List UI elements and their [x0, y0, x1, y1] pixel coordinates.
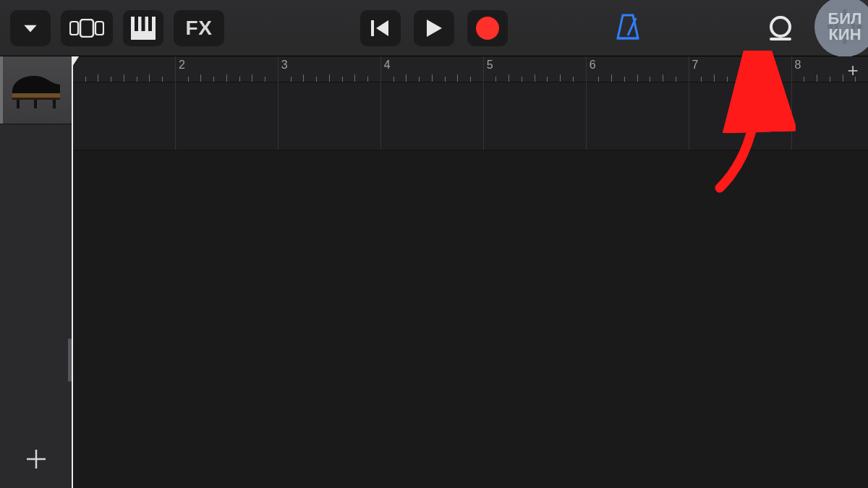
svg-rect-21	[53, 100, 56, 108]
track-view-icon	[69, 19, 104, 38]
metronome-button[interactable]	[612, 11, 644, 46]
record-button[interactable]	[467, 10, 508, 46]
svg-rect-4	[135, 17, 138, 31]
chevron-down-icon	[21, 19, 40, 38]
transport-controls	[360, 10, 508, 46]
bar-label: 3	[281, 59, 288, 72]
fx-button[interactable]: FX	[174, 10, 224, 46]
svg-rect-7	[371, 20, 374, 36]
svg-rect-19	[12, 98, 60, 100]
dropdown-button[interactable]	[10, 10, 51, 46]
playhead[interactable]	[72, 56, 79, 67]
workspace: + 2345678	[0, 56, 868, 488]
bar-label: 2	[179, 59, 185, 72]
bar-label: 5	[487, 59, 493, 72]
record-icon	[475, 16, 500, 40]
piano-keys-icon	[131, 17, 156, 40]
loop-browser-button[interactable]	[770, 16, 791, 40]
svg-rect-20	[17, 100, 20, 108]
bar-label: 7	[692, 59, 699, 72]
add-section-button[interactable]: +	[843, 61, 862, 80]
toolbar: FX	[0, 0, 868, 56]
watermark-line2: КИН	[828, 27, 861, 43]
svg-rect-0	[70, 22, 78, 35]
app-root: FX	[0, 0, 868, 488]
settings-button[interactable]: БИЛ КИН	[814, 0, 868, 57]
bar-label: 4	[384, 59, 391, 72]
track-headers-column	[0, 56, 72, 488]
plus-icon	[24, 447, 48, 471]
rewind-button[interactable]	[360, 10, 401, 46]
rewind-to-start-icon	[370, 18, 391, 38]
track-lane[interactable]	[72, 82, 868, 150]
add-track-button[interactable]	[0, 430, 72, 488]
svg-rect-6	[148, 17, 152, 31]
play-icon	[425, 18, 443, 38]
bar-label: 8	[795, 59, 801, 72]
play-button[interactable]	[414, 10, 454, 46]
svg-rect-1	[80, 20, 93, 37]
timeline[interactable]: + 2345678	[72, 56, 868, 488]
track-header[interactable]	[0, 56, 72, 124]
metronome-icon	[612, 11, 644, 43]
svg-rect-2	[95, 22, 103, 35]
watermark-line1: БИЛ	[827, 11, 861, 27]
track-view-button[interactable]	[61, 10, 113, 46]
svg-rect-18	[12, 93, 60, 98]
svg-rect-5	[142, 17, 145, 31]
loop-browser-icon	[770, 16, 791, 38]
bar-label: 6	[590, 59, 596, 72]
ruler[interactable]: + 2345678	[72, 56, 868, 82]
svg-rect-22	[34, 100, 37, 108]
grand-piano-icon	[9, 72, 63, 109]
instrument-button[interactable]	[123, 10, 163, 46]
playhead-line	[72, 56, 73, 488]
svg-point-8	[476, 17, 499, 40]
